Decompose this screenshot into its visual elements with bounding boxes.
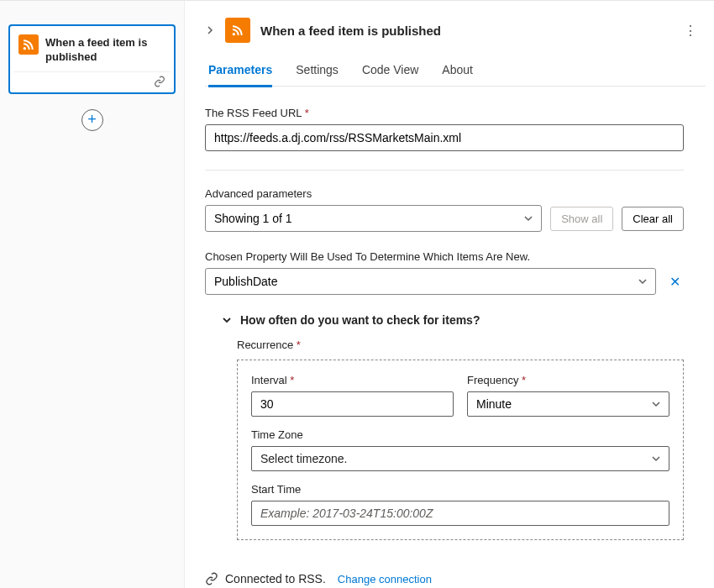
change-connection-link[interactable]: Change connection: [338, 573, 432, 585]
chosen-property-label: Chosen Property Will Be Used To Determin…: [205, 250, 706, 263]
tabs: Parameters Settings Code View About: [205, 58, 706, 87]
clear-all-button[interactable]: Clear all: [622, 207, 684, 231]
connection-link-icon: [205, 572, 218, 585]
frequency-select[interactable]: Minute: [467, 391, 669, 417]
show-all-button[interactable]: Show all: [550, 207, 613, 231]
panel-title: When a feed item is published: [260, 24, 441, 38]
svg-point-1: [233, 33, 235, 35]
connection-link-icon: [154, 76, 165, 87]
connection-status: Connected to RSS. Change connection: [205, 572, 706, 585]
trigger-card[interactable]: When a feed item is published: [8, 24, 176, 94]
advanced-parameters-select[interactable]: Showing 1 of 1: [205, 205, 542, 232]
timezone-label: Time Zone: [251, 428, 669, 441]
details-panel: When a feed item is published ⋮ Paramete…: [185, 1, 714, 588]
advanced-parameters-label: Advanced parameters: [205, 187, 706, 200]
feed-url-label: The RSS Feed URL *: [205, 107, 706, 119]
chevron-right-icon[interactable]: [205, 25, 215, 35]
start-time-label: Start Time: [251, 483, 669, 496]
chosen-property-select[interactable]: PublishDate: [205, 268, 656, 295]
more-menu-icon[interactable]: ⋮: [680, 19, 701, 42]
feed-url-input[interactable]: [205, 124, 684, 151]
start-time-input[interactable]: [251, 501, 669, 526]
interval-input[interactable]: [251, 391, 454, 417]
interval-label: Interval *: [251, 374, 454, 386]
rss-icon: [225, 18, 250, 43]
flow-canvas: When a feed item is published +: [0, 1, 185, 588]
clear-property-button[interactable]: ✕: [666, 270, 684, 293]
recurrence-toggle[interactable]: How often do you want to check for items…: [222, 313, 706, 327]
trigger-card-title: When a feed item is published: [45, 34, 165, 65]
chevron-down-icon: [222, 315, 232, 325]
recurrence-label: Recurrence *: [237, 339, 706, 351]
tab-about[interactable]: About: [442, 58, 473, 86]
tab-code-view[interactable]: Code View: [362, 58, 418, 86]
tab-parameters[interactable]: Parameters: [208, 58, 272, 87]
add-step-button[interactable]: +: [81, 109, 103, 131]
rss-icon: [18, 34, 39, 55]
frequency-label: Frequency *: [467, 374, 669, 386]
svg-point-0: [24, 47, 26, 50]
recurrence-box: Interval * Frequency * Minute: [237, 360, 684, 540]
timezone-select[interactable]: Select timezone.: [251, 446, 669, 471]
tab-settings[interactable]: Settings: [296, 58, 339, 86]
